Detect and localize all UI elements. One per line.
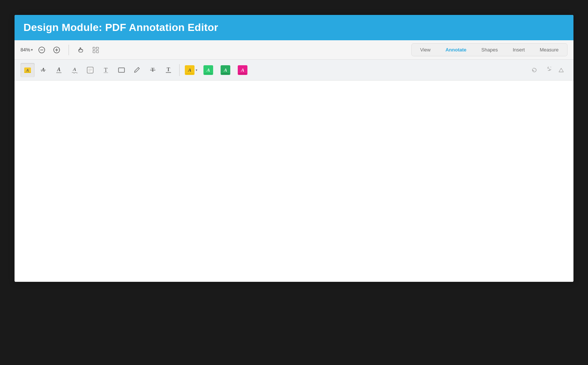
pencil-icon — [133, 66, 141, 74]
selection-icon — [92, 46, 99, 54]
svg-text:A: A — [26, 67, 29, 72]
sticky-note-button[interactable] — [83, 63, 97, 77]
tab-measure[interactable]: Measure — [532, 45, 566, 55]
yellow-swatch: A — [185, 65, 195, 75]
svg-text:A: A — [73, 66, 76, 72]
green-swatch: A — [203, 65, 213, 75]
toolbar-row1: 84% ▾ — [15, 40, 573, 60]
underline-color-button[interactable]: A — [52, 63, 66, 77]
underline-color-icon: A — [54, 66, 63, 75]
strikethrough-color-button[interactable]: A — [36, 63, 50, 77]
rectangle-button[interactable] — [114, 63, 129, 77]
select-tool-button[interactable] — [90, 44, 102, 56]
outer-container: Design Module: PDF Annotation Editor 84%… — [0, 0, 588, 365]
redo-button[interactable] — [541, 64, 554, 76]
strikethrough-text-icon: T — [148, 66, 157, 75]
underline-text-button[interactable]: T — [161, 63, 176, 77]
eraser-icon — [558, 67, 565, 73]
swatch-green-button[interactable]: A — [200, 63, 216, 77]
zoom-in-button[interactable] — [51, 44, 63, 56]
tool-divider-1 — [179, 64, 180, 76]
svg-rect-7 — [97, 47, 99, 49]
highlight-icon: A — [23, 66, 32, 75]
pink-swatch: A — [238, 65, 247, 75]
tab-view[interactable]: View — [413, 45, 438, 55]
toolbar-divider-1 — [69, 45, 69, 55]
zoom-value[interactable]: 84% ▾ — [20, 47, 33, 53]
undo-icon — [531, 67, 538, 73]
hand-icon — [77, 46, 85, 54]
svg-text:T: T — [104, 67, 108, 73]
svg-rect-6 — [93, 50, 95, 53]
svg-text:A: A — [57, 67, 60, 72]
zoom-out-button[interactable] — [36, 44, 48, 56]
svg-rect-11 — [24, 72, 31, 73]
plus-icon — [53, 47, 60, 53]
swatch-dropdown-arrow: ▾ — [196, 68, 197, 72]
typewriter-icon: T — [102, 66, 110, 74]
toolbar-row2: A A A A — [15, 60, 573, 81]
swatch-pink-button[interactable]: A — [235, 63, 250, 77]
canvas-area — [15, 81, 573, 282]
sticky-note-icon — [86, 66, 94, 74]
eraser-button[interactable] — [555, 64, 568, 76]
underline-text-icon: T — [164, 66, 173, 75]
page-title: Design Module: PDF Annotation Editor — [23, 22, 565, 34]
zoom-control: 84% ▾ — [20, 47, 33, 53]
tab-shapes[interactable]: Shapes — [474, 45, 505, 55]
squiggly-icon: A — [70, 66, 79, 75]
minus-icon — [38, 47, 45, 53]
swatch-yellow-button[interactable]: A ▾ — [183, 63, 199, 77]
typewriter-button[interactable]: T — [99, 63, 113, 77]
svg-rect-8 — [97, 50, 99, 53]
dark-green-swatch: A — [221, 65, 230, 75]
svg-rect-5 — [93, 47, 95, 49]
swatch-dark-green-button[interactable]: A — [218, 63, 233, 77]
svg-rect-23 — [118, 68, 124, 72]
hand-tool-button[interactable] — [75, 44, 87, 56]
editor-wrapper: Design Module: PDF Annotation Editor 84%… — [15, 15, 573, 282]
tab-annotate[interactable]: Annotate — [438, 45, 474, 55]
svg-text:T: T — [167, 67, 170, 72]
zoom-percent: 84% — [20, 47, 30, 53]
redo-icon — [544, 67, 551, 73]
rectangle-icon — [117, 66, 126, 74]
title-bar: Design Module: PDF Annotation Editor — [15, 15, 573, 40]
pencil-button[interactable] — [130, 63, 144, 77]
squiggly-button[interactable]: A — [67, 63, 82, 77]
zoom-chevron: ▾ — [31, 48, 33, 52]
highlight-tool-button[interactable]: A — [20, 63, 35, 77]
nav-tabs: View Annotate Shapes Insert Measure — [411, 43, 568, 56]
svg-marker-28 — [559, 68, 563, 72]
undo-button[interactable] — [528, 64, 541, 76]
strikethrough-text-button[interactable]: T — [146, 63, 160, 77]
tab-insert[interactable]: Insert — [505, 45, 532, 55]
strikethrough-color-icon: A — [39, 66, 48, 75]
undo-redo-group — [528, 64, 568, 76]
